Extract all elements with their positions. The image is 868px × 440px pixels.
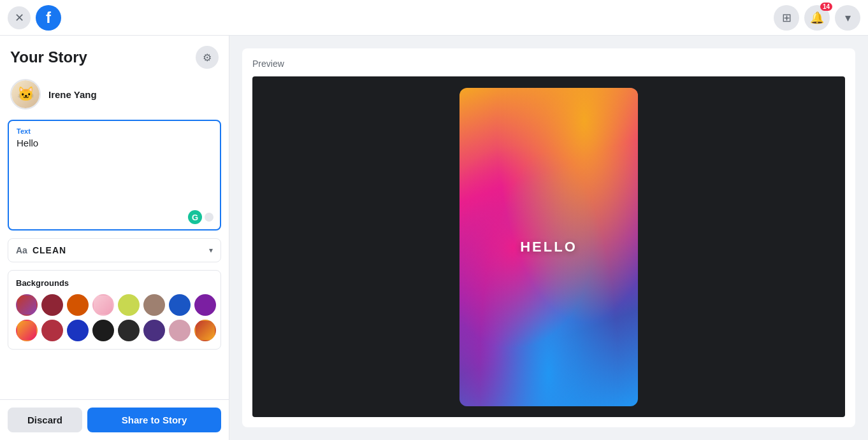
gear-icon: ⚙ (203, 52, 212, 64)
close-icon: ✕ (15, 11, 24, 25)
backgrounds-section: Backgrounds (8, 270, 221, 350)
username: Irene Yang (48, 89, 97, 100)
avatar-image: 🐱 (11, 80, 40, 108)
top-bar-right: ⊞ 🔔 14 ▾ (774, 5, 860, 31)
story-card-text: HELLO (520, 239, 577, 255)
preview-stage: HELLO (252, 76, 845, 417)
background-swatch[interactable] (118, 294, 140, 316)
left-panel-header: Your Story ⚙ (0, 36, 229, 74)
settings-button[interactable]: ⚙ (196, 46, 219, 69)
background-swatch[interactable] (143, 320, 165, 341)
grid-icon: ⊞ (782, 11, 792, 25)
font-name-label: CLEAN (33, 245, 66, 255)
chevron-down-icon: ▾ (845, 11, 851, 25)
background-swatch[interactable] (41, 294, 63, 316)
background-swatch[interactable] (92, 294, 114, 316)
background-swatch[interactable] (194, 320, 216, 341)
account-menu-button[interactable]: ▾ (835, 5, 860, 31)
background-swatch[interactable] (67, 320, 89, 341)
background-swatch[interactable] (143, 294, 165, 316)
font-dropdown[interactable]: Aa CLEAN ▾ (8, 238, 221, 262)
background-swatch[interactable] (118, 320, 140, 341)
font-dropdown-left: Aa CLEAN (16, 245, 66, 255)
background-swatch[interactable] (67, 294, 89, 316)
right-panel: Preview HELLO (229, 36, 868, 440)
top-bar-left: ✕ f (8, 5, 61, 31)
top-bar: ✕ f ⊞ 🔔 14 ▾ (0, 0, 868, 36)
background-swatch[interactable] (169, 320, 191, 341)
grid-menu-button[interactable]: ⊞ (774, 5, 799, 31)
font-dropdown-chevron: ▾ (209, 246, 213, 255)
text-input-container: Text Hello G (8, 120, 221, 231)
preview-label: Preview (252, 59, 845, 69)
background-swatch[interactable] (16, 294, 38, 316)
share-to-story-button[interactable]: Share to Story (87, 408, 221, 432)
font-aa-label: Aa (16, 245, 27, 255)
grammarly-circle (203, 211, 215, 223)
avatar: 🐱 (10, 79, 41, 110)
background-swatch[interactable] (41, 320, 63, 341)
preview-container: Preview HELLO (242, 48, 855, 427)
left-panel: Your Story ⚙ 🐱 Irene Yang Text Hello G (0, 36, 229, 440)
your-story-title: Your Story (10, 48, 87, 66)
avatar-emoji: 🐱 (17, 86, 34, 103)
close-button[interactable]: ✕ (8, 6, 31, 29)
notifications-button[interactable]: 🔔 14 (804, 5, 830, 31)
background-swatch[interactable] (92, 320, 114, 341)
story-card: HELLO (459, 88, 638, 406)
background-swatch[interactable] (16, 320, 38, 341)
backgrounds-title: Backgrounds (16, 278, 213, 288)
facebook-logo: f (36, 5, 61, 31)
main-content: Your Story ⚙ 🐱 Irene Yang Text Hello G (0, 36, 868, 440)
background-swatch[interactable] (194, 294, 216, 316)
backgrounds-grid (16, 294, 213, 341)
user-row: 🐱 Irene Yang (0, 74, 229, 120)
notification-badge: 14 (820, 3, 832, 11)
background-swatch[interactable] (169, 294, 191, 316)
text-input-label: Text (17, 127, 212, 135)
bell-icon: 🔔 (810, 11, 824, 25)
grammarly-badge: G (188, 210, 215, 224)
bottom-buttons: Discard Share to Story (0, 399, 229, 440)
grammarly-icon: G (188, 210, 202, 224)
story-text-input[interactable]: Hello (17, 138, 212, 220)
discard-button[interactable]: Discard (8, 408, 82, 432)
